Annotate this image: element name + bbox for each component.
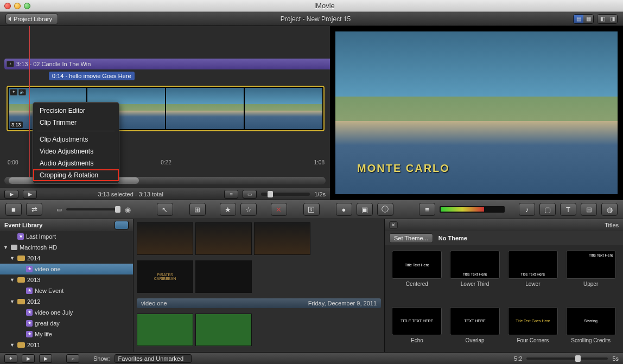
disclosure-icon[interactable]: ▼: [10, 256, 15, 261]
set-theme-button[interactable]: Set Theme...: [389, 233, 433, 243]
play-start-button[interactable]: ▶: [4, 190, 18, 199]
voiceover-button[interactable]: ●: [336, 203, 352, 216]
event-tree[interactable]: ★Last Import▼Macintosh HD▼2014★video one…: [0, 231, 133, 364]
disclosure-icon[interactable]: ▼: [3, 245, 9, 250]
tree-row[interactable]: ▼Macintosh HD: [0, 242, 133, 253]
crop-button[interactable]: ▣: [357, 203, 373, 216]
speaker-icon[interactable]: 🔈: [18, 89, 26, 95]
titles-grid[interactable]: Title Text HereCenteredTitle Text HereLo…: [385, 245, 623, 364]
reject-button[interactable]: ✕: [271, 203, 287, 216]
title-cell[interactable]: Title Text HereUpper: [564, 251, 618, 303]
title-cell[interactable]: StarringScrolling Credits: [564, 307, 618, 359]
zoom-icon[interactable]: [24, 3, 30, 9]
event-thumb[interactable]: [137, 314, 193, 346]
tree-row-label: New Event: [35, 288, 63, 294]
title-label: Centered: [406, 281, 428, 287]
tree-row-label: My life: [35, 331, 52, 337]
swap-icon[interactable]: ◨: [607, 15, 617, 23]
minimize-icon[interactable]: [14, 3, 21, 9]
audio-waveform-button[interactable]: ≡: [419, 203, 435, 216]
duration-slider[interactable]: [526, 357, 608, 360]
photo-browser-button[interactable]: ▢: [539, 203, 556, 216]
event-thumb[interactable]: [195, 260, 252, 293]
transition-button[interactable]: ⊞: [189, 203, 206, 216]
close-panel-button[interactable]: ✕: [389, 221, 398, 229]
ctx-cropping-rotation[interactable]: Cropping & Rotation: [33, 169, 119, 181]
tree-row[interactable]: ▼2013: [0, 274, 133, 285]
import-camera-button[interactable]: ■: [5, 203, 22, 216]
title-cell[interactable]: TEXT HEREOverlap: [448, 307, 502, 359]
tree-row[interactable]: ▼2012: [0, 296, 133, 307]
clip-thumb[interactable]: [245, 88, 322, 129]
event-thumb[interactable]: [137, 222, 193, 255]
ctx-precision-editor[interactable]: Precision Editor: [33, 105, 119, 117]
event-thumb[interactable]: [195, 222, 252, 255]
unfavorite-button[interactable]: ☆: [240, 203, 257, 216]
swap-icon[interactable]: ◧: [597, 15, 607, 23]
inspector-button[interactable]: ⓘ: [377, 203, 393, 216]
arrow-tool-button[interactable]: ↖: [157, 203, 173, 216]
audio-clip[interactable]: ♪ 3:13 - 02 Candle In The Win: [4, 59, 330, 69]
event-icon: ★: [26, 320, 33, 327]
header-view-buttons: ▤ ▦ ◧ ◨: [573, 14, 618, 24]
title-cell[interactable]: TITLE TEXT HEREEcho: [390, 307, 444, 359]
event-thumb[interactable]: [195, 314, 252, 346]
playhead[interactable]: [29, 26, 30, 177]
maps-browser-button[interactable]: ◍: [601, 203, 618, 216]
event-browser[interactable]: PIRATESCARIBBEAN video one Friday, Decem…: [134, 219, 384, 364]
waveform-button[interactable]: ≡: [224, 190, 238, 199]
transitions-browser-button[interactable]: ⊟: [581, 203, 597, 216]
keyword-button[interactable]: ⚿: [303, 203, 320, 216]
title-cell[interactable]: Title Text HereLower Third: [448, 251, 502, 303]
thumb-size-button[interactable]: ▭: [243, 190, 257, 199]
swap-segmented[interactable]: ◧ ◨: [597, 14, 618, 24]
tree-row[interactable]: ★My life: [0, 329, 133, 340]
event-thumb[interactable]: PIRATESCARIBBEAN: [137, 260, 193, 293]
tree-row-label: Last Import: [26, 233, 56, 240]
person-icon[interactable]: ◉: [125, 206, 131, 214]
swap-panes-button[interactable]: ⇄: [26, 203, 42, 216]
disclosure-icon[interactable]: ▼: [10, 277, 15, 283]
tree-row[interactable]: ★video one July: [0, 307, 133, 318]
layout-icon[interactable]: ▤: [574, 15, 583, 23]
favorite-button[interactable]: ★: [220, 203, 236, 216]
tree-row[interactable]: ★video one: [0, 264, 133, 274]
ctx-video-adjustments[interactable]: Video Adjustments: [33, 145, 119, 157]
project-library-button[interactable]: Project Library: [5, 14, 58, 24]
ctx-audio-adjustments[interactable]: Audio Adjustments: [33, 157, 119, 169]
ctx-clip-adjustments[interactable]: Clip Adjustments: [33, 133, 119, 145]
play-button[interactable]: ▶: [39, 354, 52, 363]
ctx-clip-trimmer[interactable]: Clip Trimmer: [33, 117, 119, 129]
event-thumb[interactable]: [254, 222, 310, 255]
text-overlay-badge[interactable]: 0:14 - hello imovie Goes Here: [49, 72, 135, 80]
music-browser-button[interactable]: ♪: [519, 203, 535, 216]
layout-segmented[interactable]: ▤ ▦: [573, 14, 594, 24]
keyword-marker-button[interactable]: ✦: [4, 354, 17, 363]
titles-browser-button[interactable]: T: [560, 203, 576, 216]
tree-row[interactable]: ★New Event: [0, 285, 133, 296]
title-cell[interactable]: Title Text HereCentered: [390, 251, 444, 303]
show-filter-select[interactable]: Favorites and Unmarked: [115, 354, 192, 363]
tree-row[interactable]: ★Last Import: [0, 231, 133, 242]
gear-icon[interactable]: ✦: [10, 89, 17, 95]
search-button[interactable]: ⌕: [66, 354, 79, 363]
title-cell[interactable]: Title Text HereLower: [506, 251, 560, 303]
play-button[interactable]: ▶: [23, 190, 37, 199]
viewer-caption: MONTE CARLO: [357, 162, 450, 175]
tree-row-label: 2012: [27, 298, 40, 305]
play-fullscreen-button[interactable]: ▶: [22, 354, 35, 363]
zoom-slider[interactable]: [261, 193, 310, 196]
clip-thumb[interactable]: [166, 88, 244, 129]
event-library: Event Library ★Last Import▼Macintosh HD▼…: [0, 219, 134, 364]
disclosure-icon[interactable]: ▼: [10, 342, 15, 348]
disclosure-icon[interactable]: ▼: [10, 299, 15, 304]
thumb-size-slider[interactable]: [66, 208, 120, 210]
tree-row[interactable]: ▼2014: [0, 253, 133, 264]
layout-icon[interactable]: ▦: [583, 15, 593, 23]
title-cell[interactable]: Title Text Goes HereFour Corners: [506, 307, 560, 359]
close-icon[interactable]: [4, 3, 11, 9]
folder-icon: [17, 277, 25, 283]
hd-toggle-button[interactable]: [115, 221, 129, 229]
tree-row[interactable]: ▼2011: [0, 340, 133, 350]
tree-row[interactable]: ★great day: [0, 318, 133, 329]
